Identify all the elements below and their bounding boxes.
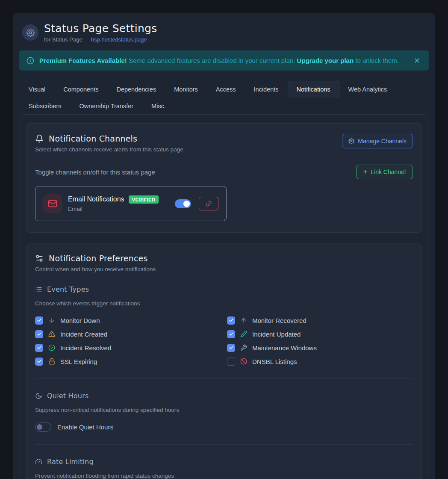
event-label: Monitor Recovered [252, 317, 307, 324]
checkbox-checked[interactable] [35, 358, 43, 366]
event-ssl-expiring[interactable]: SSL Expiring [35, 357, 221, 366]
event-monitor-recovered[interactable]: Monitor Recovered [227, 316, 413, 325]
upgrade-plan-link[interactable]: Upgrade your plan [297, 57, 354, 64]
section-divider [35, 378, 413, 379]
gear-icon [348, 138, 354, 144]
page-header: Status Page Settings for Status Page — h… [16, 20, 432, 43]
close-icon[interactable] [413, 56, 421, 65]
tab-notifications[interactable]: Notifications [288, 81, 339, 98]
page-title-block: Status Page Settings for Status Page — h… [44, 22, 157, 43]
check-circle-icon [48, 344, 55, 351]
banner-lead: Premium Features Available! [39, 57, 127, 64]
page-title: Status Page Settings [44, 22, 157, 35]
link-icon [206, 201, 212, 207]
channel-type: Email [68, 206, 169, 212]
manage-channels-button[interactable]: Manage Channels [342, 134, 413, 148]
gear-icon [22, 24, 38, 41]
notifications-tab-content: Notification Channels Select which chann… [20, 114, 428, 479]
pencil-icon [240, 331, 247, 337]
banner-mid-text: Some advanced features are disabled in y… [127, 57, 297, 64]
lock-icon [48, 358, 55, 365]
rate-limiting-header: Rate Limiting [35, 458, 413, 466]
tab-visual[interactable]: Visual [20, 81, 54, 98]
checkbox-checked[interactable] [35, 316, 43, 325]
toggle-knob [183, 201, 190, 207]
channel-enabled-toggle[interactable] [175, 199, 191, 208]
checkbox-checked[interactable] [227, 344, 235, 352]
event-monitor-down[interactable]: Monitor Down [35, 316, 221, 325]
event-dnsbl-listings[interactable]: DNSBL Listings [227, 357, 413, 366]
channel-name: Email Notifications [68, 195, 124, 203]
tab-subscribers[interactable]: Subscribers [20, 98, 71, 114]
event-incident-created[interactable]: Incident Created [35, 330, 221, 338]
event-label: Incident Resolved [60, 344, 111, 352]
tab-components[interactable]: Components [54, 81, 107, 98]
sliders-icon [35, 254, 44, 263]
checkbox-checked[interactable] [35, 330, 43, 338]
tab-access[interactable]: Access [207, 81, 245, 98]
tools-icon [240, 344, 247, 351]
ban-icon [240, 358, 247, 365]
arrow-up-icon [240, 317, 247, 324]
event-label: Maintenance Windows [252, 344, 317, 352]
tab-ownership-transfer[interactable]: Ownership Transfer [71, 98, 143, 114]
info-icon [27, 57, 34, 65]
checkbox-unchecked[interactable] [227, 358, 235, 366]
page-subtitle-text: for Status Page — [44, 36, 91, 43]
checkbox-checked[interactable] [227, 316, 235, 325]
link-channel-label: Link Channel [371, 169, 406, 175]
checkbox-checked[interactable] [35, 344, 43, 352]
gauge-icon [35, 458, 42, 465]
toggle-knob [37, 424, 42, 430]
verified-badge: VERIFIED [129, 195, 159, 204]
quiet-hours-header: Quiet Hours [35, 392, 413, 400]
rate-limiting-title: Rate Limiting [47, 458, 94, 466]
quiet-hours-title: Quiet Hours [47, 392, 88, 400]
quiet-hours-description: Suppress non-critical notifications duri… [35, 407, 413, 413]
alert-triangle-icon [48, 331, 55, 337]
unlink-channel-button[interactable] [199, 197, 218, 210]
event-incident-resolved[interactable]: Incident Resolved [35, 343, 221, 352]
event-maintenance-windows[interactable]: Maintenance Windows [227, 343, 413, 352]
toggle-channels-hint: Toggle channels on/off for this status p… [35, 169, 155, 176]
status-page-link[interactable]: hsp.hostedstatus.page [91, 36, 147, 43]
settings-panel: Status Page Settings for Status Page — h… [13, 13, 435, 479]
event-label: Monitor Down [60, 317, 100, 324]
plus-icon: + [363, 169, 367, 175]
quiet-hours-toggle[interactable] [35, 423, 51, 432]
settings-tabs: Visual Components Dependencies Monitors … [20, 81, 428, 114]
event-types-grid: Monitor Down Monitor Recovered Incident … [35, 316, 413, 366]
event-label: SSL Expiring [60, 358, 97, 365]
page-subtitle: for Status Page — hsp.hostedstatus.page [44, 36, 157, 43]
channels-title: Notification Channels [49, 134, 137, 143]
list-icon [35, 286, 42, 293]
event-label: DNSBL Listings [252, 358, 297, 365]
preferences-subtitle: Control when and how you receive notific… [35, 266, 413, 272]
tab-incidents[interactable]: Incidents [245, 81, 288, 98]
banner-message: Premium Features Available! Some advance… [39, 57, 407, 64]
checkbox-checked[interactable] [227, 330, 235, 338]
notification-preferences-card: Notification Preferences Control when an… [26, 243, 422, 479]
arrow-down-icon [48, 317, 55, 324]
channel-info: Email Notifications VERIFIED Email [68, 195, 169, 212]
link-channel-button[interactable]: + Link Channel [356, 165, 413, 179]
mail-icon [43, 194, 62, 213]
email-channel-card: Email Notifications VERIFIED Email [35, 186, 227, 221]
quiet-hours-toggle-label: Enable Quiet Hours [57, 423, 113, 431]
manage-channels-label: Manage Channels [358, 138, 407, 145]
rate-limiting-description: Prevent notification flooding from rapid… [35, 473, 413, 479]
event-types-description: Choose which events trigger notification… [35, 300, 413, 307]
event-label: Incident Updated [252, 331, 301, 338]
premium-banner: Premium Features Available! Some advance… [19, 50, 429, 71]
event-incident-updated[interactable]: Incident Updated [227, 330, 413, 338]
tab-dependencies[interactable]: Dependencies [107, 81, 165, 98]
event-types-title: Event Types [47, 285, 89, 293]
tab-monitors[interactable]: Monitors [165, 81, 207, 98]
section-divider [35, 444, 413, 445]
preferences-title: Notification Preferences [49, 254, 148, 263]
bell-icon [35, 134, 44, 143]
moon-icon [35, 392, 42, 399]
tab-web-analytics[interactable]: Web Analytics [339, 81, 396, 98]
tab-misc[interactable]: Misc. [142, 98, 175, 114]
event-label: Incident Created [60, 331, 107, 338]
